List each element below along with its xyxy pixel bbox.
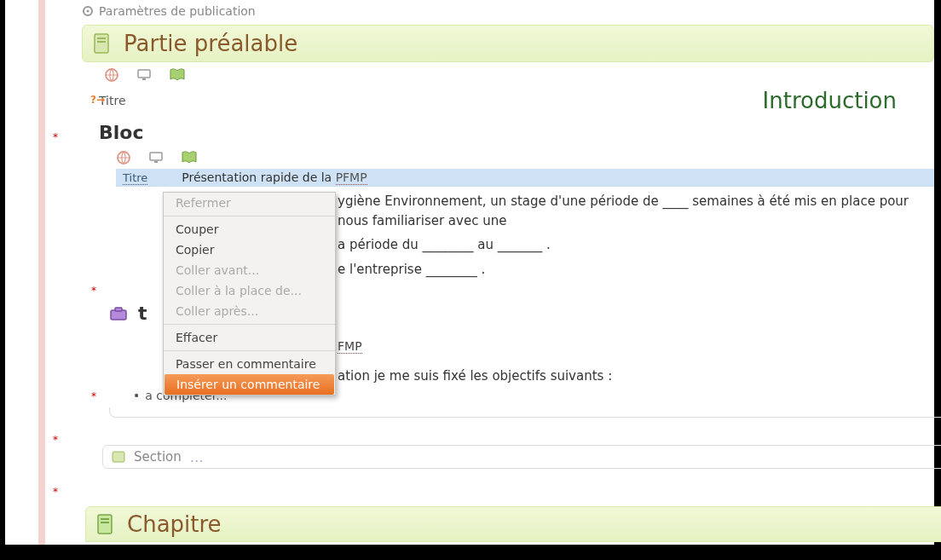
svg-rect-3 — [97, 38, 106, 39]
title-value[interactable]: Introduction — [763, 88, 897, 113]
section-label: Section — [134, 449, 182, 465]
svg-rect-7 — [142, 78, 146, 80]
svg-rect-9 — [150, 153, 162, 160]
asterisk-marker: * — [91, 390, 96, 402]
monitor-icon[interactable] — [148, 150, 164, 165]
asterisk-marker: * — [53, 131, 58, 143]
bullet-icon: • — [133, 389, 140, 402]
menu-item-effacer[interactable]: Effacer — [164, 327, 335, 348]
menu-item-couper[interactable]: Couper — [164, 219, 335, 240]
menu-item-coller-place[interactable]: Coller à la place de... — [164, 280, 335, 301]
section-icon — [112, 451, 125, 463]
svg-rect-16 — [101, 522, 109, 523]
menu-item-copier[interactable]: Copier — [164, 240, 335, 260]
title-field-row: Titre Introduction — [99, 88, 934, 113]
question-arrow-marker: ?→ — [90, 94, 105, 106]
publication-settings-label: Paramètres de publication — [99, 4, 256, 18]
bloc-title-value: Présentation rapide de la PFMP — [182, 170, 367, 184]
part-header[interactable]: Partie préalable — [82, 25, 934, 62]
svg-rect-12 — [115, 308, 122, 311]
body-paragraph-2[interactable]: a période du ________ au _______ . — [338, 235, 934, 255]
toolbar-row-1 — [99, 67, 934, 83]
menu-item-inserer-commentaire[interactable]: Insérer un commentaire — [165, 374, 334, 395]
publication-settings-row[interactable]: Paramètres de publication — [48, 0, 934, 18]
bloc-title-prefix: Présentation rapide de la — [182, 170, 335, 184]
asterisk-marker: * — [53, 434, 58, 446]
content-area: Paramètres de publication Partie préalab… — [5, 0, 929, 545]
menu-separator — [164, 216, 335, 216]
part-header-title: Partie préalable — [124, 31, 297, 56]
body-paragraph-3[interactable]: e l'entreprise ________ . — [338, 260, 934, 280]
toolbox-heading-tail: t — [138, 303, 147, 324]
gear-icon — [82, 5, 94, 17]
document-icon — [96, 513, 115, 535]
objectives-line[interactable]: ation je me suis fixé les objectifs suiv… — [338, 368, 934, 384]
bloc-heading[interactable]: Bloc — [99, 122, 934, 143]
svg-rect-10 — [154, 161, 158, 163]
ellipsis-icon: … — [190, 449, 204, 465]
menu-item-coller-apres[interactable]: Coller après... — [164, 301, 335, 321]
monitor-icon[interactable] — [136, 67, 152, 83]
pfmp-abbr: PFMP — [336, 170, 367, 185]
asterisk-marker: * — [91, 285, 96, 297]
menu-separator — [164, 350, 335, 351]
book-icon[interactable] — [169, 68, 186, 82]
document-icon — [93, 32, 112, 55]
toolbar-row-2 — [116, 150, 934, 165]
svg-rect-4 — [97, 41, 106, 43]
bloc-title-row[interactable]: Titre Présentation rapide de la PFMP — [116, 169, 934, 187]
chapter-title: Chapitre — [127, 511, 222, 537]
fmp-abbr: FMP — [338, 339, 362, 354]
menu-item-passer-commentaire[interactable]: Passer en commentaire — [164, 354, 335, 374]
app-frame: Paramètres de publication Partie préalab… — [0, 0, 941, 560]
svg-rect-6 — [138, 70, 150, 78]
asterisk-marker: * — [53, 486, 58, 498]
menu-item-refermer[interactable]: Refermer — [164, 193, 335, 213]
bloc-title-label: Titre — [123, 171, 147, 185]
svg-rect-13 — [113, 452, 124, 462]
section-pill[interactable]: Section … — [102, 445, 941, 469]
svg-rect-15 — [101, 518, 109, 520]
svg-rect-14 — [98, 515, 112, 534]
chapter-header[interactable]: Chapitre — [85, 506, 941, 542]
editor-pane: Paramètres de publication Partie préalab… — [48, 0, 934, 545]
panel-border — [109, 407, 941, 418]
context-menu: Refermer Couper Copier Coller avant... C… — [163, 192, 336, 395]
menu-separator — [164, 324, 335, 325]
globe-icon[interactable] — [104, 67, 119, 83]
left-ruler — [38, 0, 45, 545]
globe-icon[interactable] — [116, 150, 131, 165]
menu-item-coller-avant[interactable]: Coller avant... — [164, 260, 335, 280]
body-paragraph-1[interactable]: ygiène Environnement, un stage d'une pér… — [338, 192, 934, 230]
svg-rect-2 — [95, 34, 108, 53]
svg-point-1 — [87, 10, 89, 13]
fmp-line: FMP — [338, 339, 934, 353]
book-icon[interactable] — [181, 151, 198, 165]
toolbox-icon — [109, 306, 128, 321]
